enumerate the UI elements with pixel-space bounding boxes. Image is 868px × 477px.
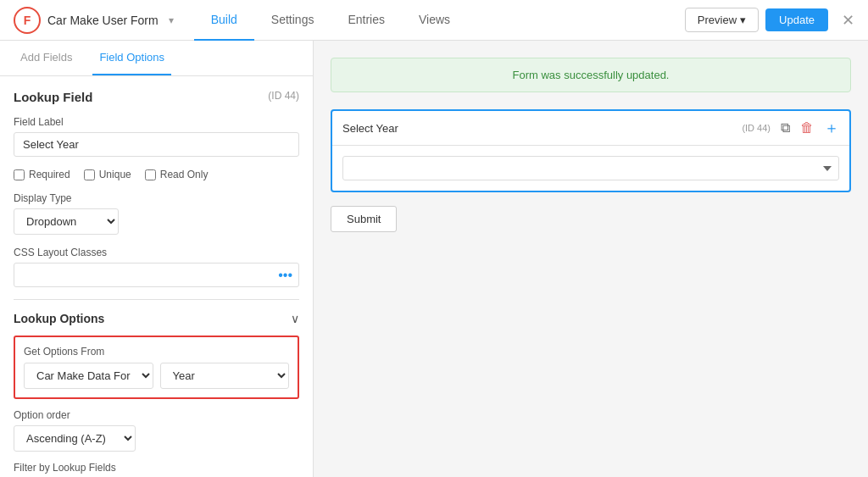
get-options-label: Get Options From [24, 346, 289, 358]
preview-arrow-icon: ▾ [740, 14, 746, 26]
read-only-checkbox-item[interactable]: Read Only [145, 169, 209, 180]
top-nav: F Car Make User Form ▾ Build Settings En… [0, 0, 868, 41]
option-order-group: Option order Ascending (A-Z) Descending … [14, 409, 299, 452]
field-label-group: Field Label [14, 116, 299, 157]
content-area: Form was successfully updated. Select Ye… [314, 41, 868, 477]
delete-icon[interactable]: 🗑 [800, 120, 814, 136]
get-options-form-select[interactable]: Car Make Data Form [24, 363, 153, 389]
nav-tabs: Build Settings Entries Views [194, 0, 685, 41]
css-layout-group: CSS Layout Classes ••• [14, 247, 299, 287]
sidebar-tabs: Add Fields Field Options [0, 41, 313, 76]
close-button[interactable]: ✕ [842, 11, 854, 30]
required-checkbox-item[interactable]: Required [14, 169, 70, 180]
display-type-group: Display Type Dropdown Radio Buttons [14, 192, 299, 235]
filter-label: Filter by Lookup Fields [14, 462, 299, 474]
add-icon[interactable]: ＋ [824, 118, 839, 138]
get-options-selects: Car Make Data Form Year [24, 363, 289, 389]
css-layout-input[interactable] [14, 263, 299, 287]
lookup-field-header: Lookup Field (ID 44) [14, 90, 299, 104]
read-only-label: Read Only [160, 169, 209, 180]
nav-tab-build[interactable]: Build [194, 0, 254, 41]
read-only-checkbox[interactable] [145, 169, 156, 180]
form-field-card: Select Year (ID 44) ⧉ 🗑 ＋ [331, 109, 851, 192]
sidebar-content: Lookup Field (ID 44) Field Label Require… [0, 76, 313, 477]
field-checkboxes: Required Unique Read Only [14, 169, 299, 180]
app-logo: F Car Make User Form ▾ [14, 7, 174, 34]
lookup-options-title: Lookup Options [14, 312, 104, 325]
field-dropdown[interactable] [342, 156, 839, 180]
field-id-label: (ID 44) [268, 90, 299, 102]
form-field-id-badge: (ID 44) [742, 123, 771, 133]
tab-field-options[interactable]: Field Options [92, 41, 171, 75]
nav-tab-settings[interactable]: Settings [254, 0, 331, 41]
required-checkbox[interactable] [14, 169, 25, 180]
update-button[interactable]: Update [765, 8, 828, 31]
form-field-right: (ID 44) ⧉ 🗑 ＋ [742, 118, 839, 138]
nav-tab-views[interactable]: Views [402, 0, 467, 41]
display-type-label: Display Type [14, 192, 299, 204]
divider [14, 299, 299, 300]
app-logo-icon: F [14, 7, 41, 34]
display-type-select[interactable]: Dropdown Radio Buttons [14, 208, 119, 235]
css-layout-label: CSS Layout Classes [14, 247, 299, 258]
get-options-field-select[interactable]: Year [160, 363, 290, 389]
preview-button[interactable]: Preview ▾ [685, 8, 759, 32]
css-dots-button[interactable]: ••• [278, 268, 292, 283]
get-options-box: Get Options From Car Make Data Form Year [14, 336, 299, 399]
required-label: Required [29, 169, 70, 180]
lookup-options-header[interactable]: Lookup Options ∨ [14, 312, 299, 325]
form-field-header: Select Year (ID 44) ⧉ 🗑 ＋ [332, 111, 849, 146]
option-order-label: Option order [14, 409, 299, 421]
nav-tab-entries[interactable]: Entries [331, 0, 402, 41]
main-layout: Add Fields Field Options Lookup Field (I… [0, 41, 868, 477]
success-message: Form was successfully updated. [513, 69, 670, 81]
field-label-input[interactable] [14, 132, 299, 157]
app-title: Car Make User Form [47, 14, 159, 27]
unique-checkbox-item[interactable]: Unique [84, 169, 131, 180]
app-title-arrow-icon[interactable]: ▾ [169, 14, 174, 26]
copy-icon[interactable]: ⧉ [781, 120, 790, 136]
success-banner: Form was successfully updated. [331, 58, 851, 92]
lookup-options-chevron-icon: ∨ [291, 312, 299, 325]
form-field-label-text: Select Year [342, 122, 398, 135]
unique-checkbox[interactable] [84, 169, 95, 180]
option-order-select[interactable]: Ascending (A-Z) Descending (Z-A) [14, 425, 136, 452]
unique-label: Unique [99, 169, 131, 180]
tab-add-fields[interactable]: Add Fields [14, 41, 79, 75]
submit-button[interactable]: Submit [331, 206, 397, 232]
filter-group: Filter by Lookup Fields ⊙ Watch a Lookup… [14, 462, 299, 477]
nav-actions: Preview ▾ Update ✕ [685, 8, 854, 32]
lookup-field-title: Lookup Field [14, 90, 92, 104]
sidebar: Add Fields Field Options Lookup Field (I… [0, 41, 314, 477]
form-field-body [332, 146, 849, 191]
field-label-label: Field Label [14, 116, 299, 128]
